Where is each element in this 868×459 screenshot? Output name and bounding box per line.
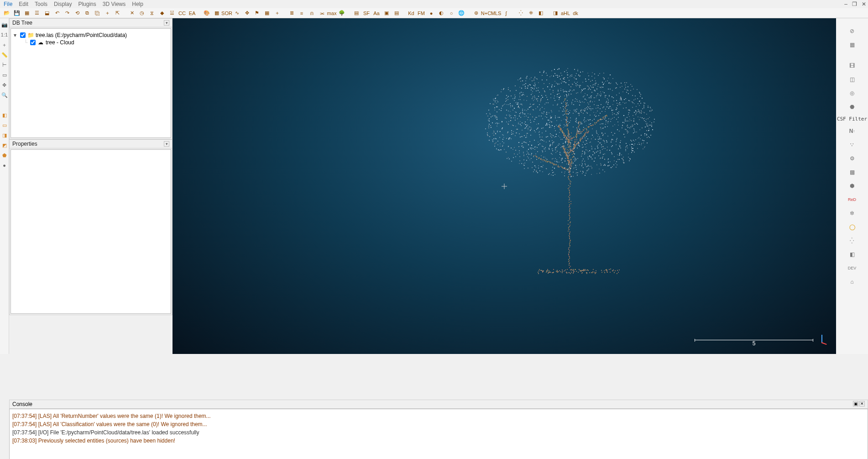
ahl-icon[interactable]: aHL <box>561 9 570 17</box>
red-icon[interactable]: ReD <box>847 194 858 205</box>
console-body[interactable]: [07:37:54] [LAS] All 'ReturnNumber' valu… <box>9 409 868 459</box>
plus2-icon[interactable]: ＋ <box>273 9 281 17</box>
redo-icon[interactable]: ↷ <box>63 9 71 17</box>
ratio-1-1-icon[interactable]: 1:1 <box>1 31 8 38</box>
tree-root-checkbox[interactable] <box>20 32 26 38</box>
canupo-classify-icon[interactable]: ▤ <box>392 9 401 17</box>
add-plus-icon[interactable]: ＋ <box>103 9 111 17</box>
maximize-icon[interactable]: ❐ <box>852 1 857 7</box>
properties-close-icon[interactable]: ▾ <box>164 141 169 147</box>
fm-icon[interactable]: FM <box>417 9 425 17</box>
mls-icon[interactable]: MLS <box>492 9 500 17</box>
tree-expand-icon[interactable]: ▾ <box>14 32 18 38</box>
palette-icon[interactable]: 🎨 <box>203 9 211 17</box>
cc-icon[interactable]: CC <box>178 9 186 17</box>
duplicate-icon[interactable]: ⿻ <box>93 9 101 17</box>
max-icon[interactable]: max <box>328 9 336 17</box>
minimize-icon[interactable]: – <box>844 1 847 7</box>
cube1-icon[interactable]: ◧ <box>537 9 545 17</box>
export-icon[interactable]: ⇱ <box>113 9 121 17</box>
globe2-icon[interactable]: ⊛ <box>472 9 480 17</box>
tree-icon-icon[interactable]: 🌳 <box>338 9 346 17</box>
flag-icon[interactable]: ⚑ <box>253 9 261 17</box>
shield-icon[interactable]: ⬣ <box>847 101 858 112</box>
clouddots-icon[interactable]: ∵ <box>847 139 858 150</box>
nplus-c-icon[interactable]: N+C <box>482 9 490 17</box>
dots3-icon[interactable]: ⁛ <box>847 235 858 246</box>
chain-icon[interactable]: ⫘ <box>318 9 326 17</box>
menu-display[interactable]: Display <box>54 1 72 7</box>
bars-icon[interactable]: ≣ <box>288 9 296 17</box>
properties-body[interactable] <box>10 149 171 314</box>
texture-icon[interactable]: ▦ <box>847 39 858 50</box>
box-icon[interactable]: ▭ <box>1 71 8 79</box>
delete-x-icon[interactable]: ✕ <box>128 9 136 17</box>
3d-viewport[interactable]: 5 <box>173 18 836 354</box>
clock-icon[interactable]: ◷ <box>138 9 146 17</box>
dots1-icon[interactable]: ⁛ <box>517 9 525 17</box>
dot-icon[interactable]: ● <box>1 162 8 169</box>
csf-filter-label[interactable]: CSF Filter <box>837 116 867 122</box>
bars2-icon[interactable]: ≡ <box>298 9 306 17</box>
cube3d-icon[interactable]: ◨ <box>1 132 8 139</box>
sphere1-icon[interactable]: ● <box>427 9 435 17</box>
console-close-icon[interactable]: ✕ <box>859 401 865 406</box>
tree-item-root[interactable]: ▾ 📁 tree.las (E:/pycharm/PointCloud/data… <box>14 32 168 39</box>
menu-tools[interactable]: Tools <box>35 1 47 7</box>
camera-icon[interactable]: 📷 <box>1 21 8 28</box>
link-icon[interactable]: ⧖ <box>148 9 156 17</box>
dbtree-close-icon[interactable]: ▾ <box>164 20 169 26</box>
grid-icon[interactable]: ▦ <box>23 9 31 17</box>
dev-label[interactable]: DEV <box>847 263 858 274</box>
rotate-icon[interactable]: ⟲ <box>73 9 81 17</box>
layers-icon[interactable]: ☱ <box>168 9 176 17</box>
menu-plugins[interactable]: Plugins <box>78 1 96 7</box>
tree-child-checkbox[interactable] <box>30 40 36 45</box>
globe1-icon[interactable]: 🌐 <box>457 9 465 17</box>
list-icon[interactable]: ☰ <box>33 9 41 17</box>
process-icon[interactable]: ⚙ <box>847 153 858 164</box>
front-icon[interactable]: ▭ <box>1 121 8 129</box>
kd-icon[interactable]: Kd <box>407 9 415 17</box>
gear-icon[interactable]: ✲ <box>847 208 858 219</box>
hex-icon[interactable]: ⬢ <box>847 180 858 191</box>
no-entry-icon[interactable]: ⊘ <box>847 26 858 37</box>
ellipse-icon[interactable]: ◯ <box>847 222 858 232</box>
clip-icon[interactable]: ◫ <box>847 74 858 85</box>
sphere2-icon[interactable]: ◐ <box>437 9 445 17</box>
move-xyz-icon[interactable]: ✥ <box>243 9 251 17</box>
clone-icon[interactable]: ⧉ <box>83 9 91 17</box>
ruler-icon[interactable]: ⊢ <box>1 61 8 69</box>
save-file-icon[interactable]: 💾 <box>13 9 21 17</box>
open-file-icon[interactable]: 📂 <box>3 9 11 17</box>
combo-icon[interactable]: ◧ <box>847 249 858 260</box>
db-tree-body[interactable]: ▾ 📁 tree.las (E:/pycharm/PointCloud/data… <box>10 28 171 138</box>
plate-icon[interactable]: ⌂ <box>847 276 858 287</box>
fonts-icon[interactable]: Aa <box>372 9 381 17</box>
menu-edit[interactable]: Edit <box>19 1 28 7</box>
tree-item-child[interactable]: └ ☁ tree - Cloud <box>24 39 168 46</box>
plus-icon[interactable]: ＋ <box>1 41 8 48</box>
stats-icon[interactable]: ⫙ <box>308 9 316 17</box>
film-icon[interactable]: 🎞 <box>847 60 858 71</box>
sf-icon[interactable]: SF <box>362 9 371 17</box>
texture2-icon[interactable]: ▩ <box>847 167 858 178</box>
north-icon[interactable]: N↑ <box>847 126 858 137</box>
zoom-icon[interactable]: 🔍 <box>1 91 8 99</box>
pages-icon[interactable]: ▤ <box>352 9 361 17</box>
checker-icon[interactable]: ▩ <box>213 9 221 17</box>
iso-icon[interactable]: ⬟ <box>1 152 8 159</box>
console-dock-icon[interactable]: ▣ <box>853 401 858 406</box>
sphere3-icon[interactable]: ○ <box>447 9 455 17</box>
canupo-create-icon[interactable]: ▣ <box>382 9 391 17</box>
dots2-icon[interactable]: ⁜ <box>527 9 535 17</box>
align-icon[interactable]: ⬓ <box>43 9 51 17</box>
menu-3dviews[interactable]: 3D Views <box>103 1 125 7</box>
dk-icon[interactable]: dk <box>571 9 580 17</box>
ruler-blue-icon[interactable]: 📏 <box>1 51 8 58</box>
blank-icon[interactable] <box>1 101 8 109</box>
sine-icon[interactable]: ∫ <box>502 9 510 17</box>
target-icon[interactable]: ◎ <box>847 88 858 99</box>
grid2-icon[interactable]: ▦ <box>263 9 271 17</box>
close-icon[interactable]: ✕ <box>862 1 866 7</box>
